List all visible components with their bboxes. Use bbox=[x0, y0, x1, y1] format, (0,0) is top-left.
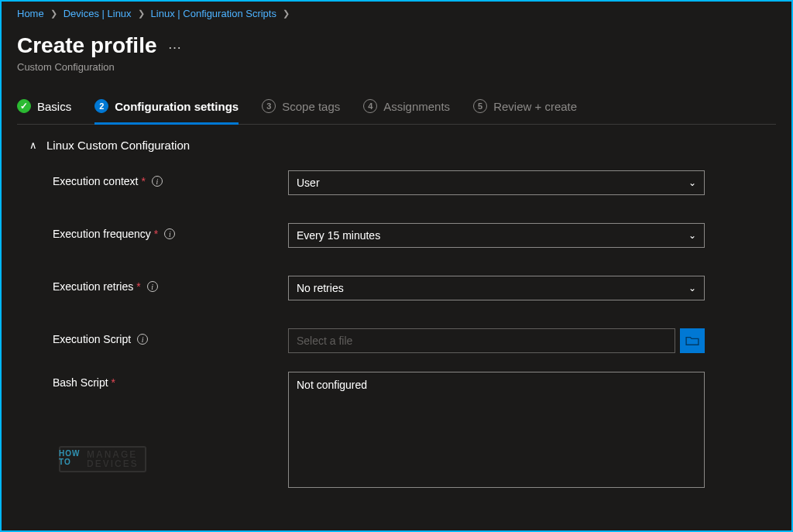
required-mark: * bbox=[154, 228, 158, 240]
page-subtitle: Custom Configuration bbox=[17, 61, 776, 73]
info-icon[interactable]: i bbox=[152, 176, 163, 187]
required-mark: * bbox=[142, 175, 146, 187]
page-title: Create profile bbox=[17, 33, 157, 58]
tab-label: Configuration settings bbox=[115, 100, 239, 113]
info-icon[interactable]: i bbox=[164, 228, 175, 239]
info-icon[interactable]: i bbox=[137, 334, 148, 345]
folder-icon bbox=[685, 335, 699, 346]
tab-label: Assignments bbox=[383, 100, 450, 113]
chevron-down-icon: ⌄ bbox=[688, 177, 696, 188]
label-bash-script: Bash Script * bbox=[53, 372, 288, 389]
step-number: 5 bbox=[473, 99, 487, 113]
section-title: Linux Custom Configuration bbox=[46, 139, 190, 152]
label-exec-script: Execution Script i bbox=[53, 328, 288, 345]
tab-label: Basics bbox=[37, 100, 71, 113]
tab-assignments[interactable]: 4 Assignments bbox=[363, 99, 450, 125]
breadcrumb: Home ❯ Devices | Linux ❯ Linux | Configu… bbox=[17, 6, 776, 26]
chevron-right-icon: ❯ bbox=[283, 9, 290, 19]
textarea-bash-script[interactable]: Not configured bbox=[288, 372, 705, 488]
more-menu-icon[interactable]: … bbox=[168, 36, 184, 53]
watermark-logo: HOW TO MANAGE DEVICES bbox=[59, 446, 146, 472]
wizard-tabs: ✓ Basics 2 Configuration settings 3 Scop… bbox=[17, 99, 776, 125]
chevron-up-icon: ∧ bbox=[29, 139, 37, 151]
tab-scope-tags[interactable]: 3 Scope tags bbox=[262, 99, 340, 125]
file-placeholder: Select a file bbox=[297, 335, 352, 347]
crumb-devices[interactable]: Devices | Linux bbox=[64, 8, 132, 19]
step-number: 4 bbox=[363, 99, 377, 113]
select-value: Every 15 minutes bbox=[297, 229, 380, 242]
section-toggle[interactable]: ∧ Linux Custom Configuration bbox=[29, 139, 776, 152]
check-icon: ✓ bbox=[17, 99, 31, 113]
chevron-right-icon: ❯ bbox=[138, 9, 145, 19]
label-exec-frequency: Execution frequency * i bbox=[53, 223, 288, 240]
file-input-exec-script[interactable]: Select a file bbox=[288, 328, 675, 353]
label-exec-retries: Execution retries * i bbox=[53, 276, 288, 293]
required-mark: * bbox=[112, 376, 115, 389]
textarea-value: Not configured bbox=[297, 379, 367, 391]
step-number: 3 bbox=[262, 99, 276, 113]
chevron-down-icon: ⌄ bbox=[688, 230, 696, 241]
tab-configuration-settings[interactable]: 2 Configuration settings bbox=[94, 99, 239, 125]
select-exec-context[interactable]: User ⌄ bbox=[288, 170, 705, 195]
tab-label: Review + create bbox=[493, 100, 577, 113]
browse-file-button[interactable] bbox=[680, 328, 705, 353]
chevron-right-icon: ❯ bbox=[50, 9, 57, 19]
tab-review-create[interactable]: 5 Review + create bbox=[473, 99, 577, 125]
select-exec-frequency[interactable]: Every 15 minutes ⌄ bbox=[288, 223, 705, 248]
required-mark: * bbox=[136, 280, 140, 293]
chevron-down-icon: ⌄ bbox=[688, 283, 696, 293]
tab-label: Scope tags bbox=[282, 100, 340, 113]
crumb-scripts[interactable]: Linux | Configuration Scripts bbox=[151, 8, 276, 19]
crumb-home[interactable]: Home bbox=[17, 8, 44, 19]
tab-basics[interactable]: ✓ Basics bbox=[17, 99, 71, 125]
select-value: No retries bbox=[297, 282, 344, 294]
select-value: User bbox=[297, 177, 320, 189]
select-exec-retries[interactable]: No retries ⌄ bbox=[288, 276, 705, 300]
info-icon[interactable]: i bbox=[147, 281, 158, 292]
label-exec-context: Execution context * i bbox=[53, 170, 288, 187]
step-number: 2 bbox=[94, 99, 108, 113]
